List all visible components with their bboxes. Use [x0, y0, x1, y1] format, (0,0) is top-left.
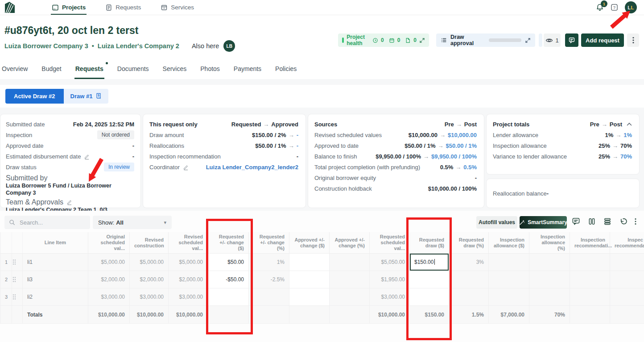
- edit-pencil-icon[interactable]: [66, 199, 73, 205]
- panel-row-label: Approved date: [6, 142, 44, 149]
- column-header-app_chg_p[interactable]: Approved +/- change (%): [330, 232, 370, 254]
- column-header-insp_rec_d[interactable]: Inspection recommendati...: [570, 232, 610, 254]
- column-header-num[interactable]: [0, 232, 12, 254]
- cell-req_draw_d[interactable]: [410, 271, 449, 288]
- tab-documents[interactable]: Documents: [116, 58, 150, 79]
- project-health-widget[interactable]: Project health 0 0 0: [338, 33, 429, 47]
- column-header-req_chg_p[interactable]: Requested +/- change (%): [249, 232, 289, 254]
- panel-row-label: Reallocations: [149, 142, 184, 149]
- drag-handle-icon[interactable]: [12, 254, 23, 271]
- undo-icon[interactable]: [619, 217, 627, 225]
- cell-req_chg_d[interactable]: [208, 288, 249, 306]
- active-edit-cell[interactable]: $150.00: [410, 254, 449, 271]
- topnav-item-requests[interactable]: Requests: [104, 0, 142, 15]
- value-pre: Requested: [231, 121, 261, 128]
- expand-icon[interactable]: [419, 38, 425, 43]
- kebab-menu-icon[interactable]: [635, 218, 636, 225]
- requests-icon: [105, 4, 112, 11]
- tab-requests[interactable]: Requests: [74, 58, 104, 79]
- cell-app_chg_p: [330, 254, 370, 271]
- column-header-line_item[interactable]: Line Item: [23, 232, 88, 254]
- comment-icon[interactable]: [572, 217, 580, 225]
- columns-icon[interactable]: [588, 217, 596, 225]
- cell-req_chg_p: [249, 288, 289, 306]
- edit-pencil-icon[interactable]: [183, 164, 189, 171]
- coordinator-link[interactable]: Luiza Lender_Company2_lender2: [206, 164, 298, 171]
- cell-insp_rec_p: [610, 254, 644, 271]
- app-logo-icon[interactable]: [4, 2, 15, 13]
- smartsummary-button[interactable]: SmartSummary: [520, 216, 567, 229]
- value-pre: 25%: [599, 142, 610, 149]
- tab-budget[interactable]: Budget: [41, 58, 62, 79]
- cell-app_chg_d[interactable]: [289, 271, 330, 288]
- edit-pencil-icon[interactable]: [84, 153, 90, 160]
- show-filter-dropdown[interactable]: Show: All ▾: [93, 216, 172, 229]
- cell-req_sched: $5,050.00: [370, 254, 410, 271]
- drag-handle-icon[interactable]: [12, 288, 23, 306]
- panel-row-value: -: [475, 175, 477, 181]
- add-request-button[interactable]: Add request: [581, 33, 624, 47]
- receipt-icon: $: [95, 93, 102, 100]
- cell-app_chg_d[interactable]: [289, 288, 330, 306]
- cell-line_item: li1: [23, 254, 88, 271]
- column-header-req_draw_d[interactable]: Requested draw ($): [410, 232, 449, 254]
- arrow-glyph: →: [286, 142, 297, 149]
- arrow-glyph: →: [599, 121, 610, 128]
- tab-label: Documents: [117, 65, 149, 72]
- tab-payments[interactable]: Payments: [233, 58, 262, 79]
- column-header-drag[interactable]: [12, 232, 23, 254]
- column-header-req_draw_p[interactable]: Requested draw (%): [449, 232, 489, 254]
- totals-cell-app_chg_p: [330, 306, 370, 324]
- cell-req_chg_d[interactable]: $50.00: [208, 254, 249, 271]
- column-header-insp_all_p[interactable]: Inspection allowance (%): [529, 232, 570, 254]
- wand-icon: [519, 220, 525, 225]
- cell-req_draw_d[interactable]: [410, 288, 449, 306]
- help-icon[interactable]: ?: [611, 4, 618, 11]
- cell-app_chg_d[interactable]: [289, 254, 330, 271]
- comments-button[interactable]: [565, 33, 578, 47]
- draw-approval-widget[interactable]: Draw approval: [436, 33, 535, 47]
- draw-1-tab[interactable]: Draw #1 $: [64, 89, 109, 104]
- column-header-insp_rec_p[interactable]: Inspec recommenda: [610, 232, 644, 254]
- also-here-avatar[interactable]: LB: [223, 40, 235, 52]
- totals-cell-rev_sched: $10,000.00: [169, 306, 208, 324]
- topnav-item-services[interactable]: Services: [160, 0, 195, 15]
- value-pre: $9,950.00 / 100%: [376, 153, 421, 160]
- more-options-button[interactable]: [627, 33, 639, 47]
- tab-overview[interactable]: Overview: [1, 58, 29, 79]
- cell-insp_all_d: [489, 254, 529, 271]
- table-tool-icons: [572, 217, 636, 225]
- column-header-rev_sched[interactable]: Revised scheduled val...: [169, 232, 208, 254]
- panel-row-label: Draw status: [6, 164, 37, 171]
- cell-req_chg_d[interactable]: -$50.00: [208, 271, 249, 288]
- active-draw-tab[interactable]: Active Draw #2: [5, 89, 64, 104]
- value-post: -: [297, 132, 298, 138]
- tab-policies[interactable]: Policies: [274, 58, 297, 79]
- column-header-app_chg_d[interactable]: Approved +/- change ($): [289, 232, 330, 254]
- project-subtitle: Luiza Borrower Company 3 • Luiza Lender'…: [4, 40, 235, 52]
- topnav-item-projects[interactable]: Projects: [51, 0, 87, 15]
- tab-services[interactable]: Services: [162, 58, 188, 79]
- column-header-req_sched[interactable]: Requested scheduled val...: [370, 232, 410, 254]
- totals-cell-insp_all_d: $7,000.00: [489, 306, 529, 324]
- panel-row-value: $10,000.00 / 100%: [428, 185, 477, 192]
- notifications-button[interactable]: 1: [596, 3, 604, 12]
- borrower-company: Luiza Borrower Company 3: [4, 42, 88, 50]
- expand-icon[interactable]: [525, 38, 531, 43]
- drag-handle-icon[interactable]: [12, 271, 23, 288]
- column-header-orig[interactable]: Original scheduled val...: [88, 232, 130, 254]
- search-input[interactable]: [19, 219, 81, 226]
- panel-row-value: $9,950.00 / 100%→$9,950.00 / 100%: [376, 153, 477, 160]
- column-header-req_chg_d[interactable]: Requested +/- change ($): [208, 232, 249, 254]
- watchers-button[interactable]: 1: [544, 33, 561, 47]
- cell-rev_con: $5,000.00: [130, 254, 169, 271]
- tab-photos[interactable]: Photos: [199, 58, 221, 79]
- chevron-up-icon[interactable]: [627, 122, 632, 126]
- column-header-rev_con[interactable]: Revised construction: [130, 232, 169, 254]
- panel-header: This request onlyRequested→Approved: [149, 119, 298, 129]
- totals-cell-num: [0, 306, 12, 324]
- rows-icon[interactable]: [603, 217, 611, 225]
- user-avatar[interactable]: LL: [625, 1, 637, 13]
- column-header-insp_all_d[interactable]: Inspection allowance ($): [489, 232, 529, 254]
- autofill-values-button[interactable]: Autofill values: [476, 216, 517, 229]
